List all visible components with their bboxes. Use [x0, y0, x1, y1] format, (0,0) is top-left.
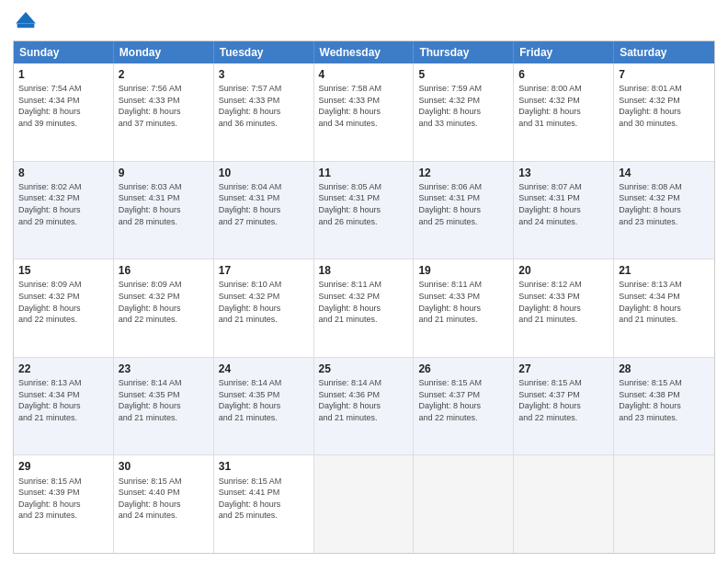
calendar-cell: 15Sunrise: 8:09 AM Sunset: 4:32 PM Dayli… [14, 259, 114, 357]
svg-marker-0 [16, 12, 36, 23]
day-number: 31 [219, 459, 309, 474]
cell-info: Sunrise: 7:59 AM Sunset: 4:32 PM Dayligh… [418, 83, 508, 129]
calendar-row-0: 1Sunrise: 7:54 AM Sunset: 4:34 PM Daylig… [14, 63, 714, 161]
header-day-monday: Monday [114, 41, 214, 63]
cell-info: Sunrise: 8:00 AM Sunset: 4:32 PM Dayligh… [518, 83, 609, 129]
day-number: 7 [619, 67, 710, 82]
calendar-cell: 23Sunrise: 8:14 AM Sunset: 4:35 PM Dayli… [114, 358, 214, 455]
cell-info: Sunrise: 8:01 AM Sunset: 4:32 PM Dayligh… [619, 83, 710, 129]
calendar-body: 1Sunrise: 7:54 AM Sunset: 4:34 PM Daylig… [14, 63, 714, 553]
cell-info: Sunrise: 8:08 AM Sunset: 4:32 PM Dayligh… [619, 181, 710, 227]
calendar-row-2: 15Sunrise: 8:09 AM Sunset: 4:32 PM Dayli… [14, 259, 714, 357]
day-number: 10 [219, 166, 309, 180]
cell-info: Sunrise: 8:11 AM Sunset: 4:32 PM Dayligh… [319, 279, 409, 325]
cell-info: Sunrise: 7:56 AM Sunset: 4:33 PM Dayligh… [119, 83, 209, 129]
calendar-cell: 26Sunrise: 8:15 AM Sunset: 4:37 PM Dayli… [414, 358, 514, 455]
cell-info: Sunrise: 8:12 AM Sunset: 4:33 PM Dayligh… [518, 279, 609, 325]
cell-info: Sunrise: 8:15 AM Sunset: 4:39 PM Dayligh… [18, 476, 108, 522]
cell-info: Sunrise: 8:10 AM Sunset: 4:32 PM Dayligh… [219, 279, 309, 325]
calendar-cell [414, 455, 514, 553]
day-number: 4 [319, 67, 409, 82]
cell-info: Sunrise: 8:05 AM Sunset: 4:31 PM Dayligh… [319, 181, 409, 227]
day-number: 23 [119, 362, 209, 376]
calendar-cell: 19Sunrise: 8:11 AM Sunset: 4:33 PM Dayli… [414, 259, 514, 357]
calendar-row-3: 22Sunrise: 8:13 AM Sunset: 4:34 PM Dayli… [14, 357, 714, 455]
day-number: 27 [518, 362, 609, 376]
day-number: 12 [418, 166, 508, 180]
calendar-row-1: 8Sunrise: 8:02 AM Sunset: 4:32 PM Daylig… [14, 161, 714, 259]
day-number: 24 [219, 362, 309, 376]
calendar-cell [514, 455, 614, 553]
logo-icon [13, 9, 39, 35]
cell-info: Sunrise: 8:13 AM Sunset: 4:34 PM Dayligh… [18, 377, 108, 423]
day-number: 11 [319, 166, 409, 180]
day-number: 22 [18, 362, 108, 376]
day-number: 13 [518, 166, 609, 180]
header-day-saturday: Saturday [614, 41, 714, 63]
cell-info: Sunrise: 8:14 AM Sunset: 4:35 PM Dayligh… [219, 377, 309, 423]
cell-info: Sunrise: 7:58 AM Sunset: 4:33 PM Dayligh… [319, 83, 409, 129]
calendar-cell: 25Sunrise: 8:14 AM Sunset: 4:36 PM Dayli… [314, 358, 415, 455]
calendar-cell: 21Sunrise: 8:13 AM Sunset: 4:34 PM Dayli… [614, 259, 714, 357]
calendar-cell: 5Sunrise: 7:59 AM Sunset: 4:32 PM Daylig… [414, 63, 514, 161]
day-number: 17 [219, 263, 309, 278]
calendar-cell: 30Sunrise: 8:15 AM Sunset: 4:40 PM Dayli… [114, 455, 214, 553]
cell-info: Sunrise: 8:15 AM Sunset: 4:38 PM Dayligh… [619, 377, 710, 423]
calendar: SundayMondayTuesdayWednesdayThursdayFrid… [13, 40, 715, 554]
calendar-cell: 13Sunrise: 8:07 AM Sunset: 4:31 PM Dayli… [514, 162, 614, 259]
calendar-cell: 3Sunrise: 7:57 AM Sunset: 4:33 PM Daylig… [214, 63, 314, 161]
cell-info: Sunrise: 7:57 AM Sunset: 4:33 PM Dayligh… [219, 83, 309, 129]
header-day-sunday: Sunday [14, 41, 114, 63]
calendar-cell: 17Sunrise: 8:10 AM Sunset: 4:32 PM Dayli… [214, 259, 314, 357]
cell-info: Sunrise: 8:14 AM Sunset: 4:36 PM Dayligh… [319, 377, 409, 423]
cell-info: Sunrise: 8:09 AM Sunset: 4:32 PM Dayligh… [119, 279, 209, 325]
calendar-cell: 1Sunrise: 7:54 AM Sunset: 4:34 PM Daylig… [14, 63, 114, 161]
calendar-cell: 22Sunrise: 8:13 AM Sunset: 4:34 PM Dayli… [14, 358, 114, 455]
day-number: 5 [418, 67, 508, 82]
cell-info: Sunrise: 8:06 AM Sunset: 4:31 PM Dayligh… [418, 181, 508, 227]
calendar-cell: 9Sunrise: 8:03 AM Sunset: 4:31 PM Daylig… [114, 162, 214, 259]
calendar-cell: 31Sunrise: 8:15 AM Sunset: 4:41 PM Dayli… [214, 455, 314, 553]
cell-info: Sunrise: 8:11 AM Sunset: 4:33 PM Dayligh… [418, 279, 508, 325]
calendar-cell: 7Sunrise: 8:01 AM Sunset: 4:32 PM Daylig… [614, 63, 714, 161]
calendar-cell: 8Sunrise: 8:02 AM Sunset: 4:32 PM Daylig… [14, 162, 114, 259]
day-number: 1 [18, 67, 108, 82]
cell-info: Sunrise: 8:07 AM Sunset: 4:31 PM Dayligh… [518, 181, 609, 227]
calendar-cell: 2Sunrise: 7:56 AM Sunset: 4:33 PM Daylig… [114, 63, 214, 161]
day-number: 19 [418, 263, 508, 278]
cell-info: Sunrise: 8:15 AM Sunset: 4:41 PM Dayligh… [219, 476, 309, 522]
cell-info: Sunrise: 8:15 AM Sunset: 4:37 PM Dayligh… [518, 377, 609, 423]
cell-info: Sunrise: 8:03 AM Sunset: 4:31 PM Dayligh… [119, 181, 209, 227]
header-day-thursday: Thursday [414, 41, 514, 63]
day-number: 21 [619, 263, 710, 278]
cell-info: Sunrise: 7:54 AM Sunset: 4:34 PM Dayligh… [18, 83, 108, 129]
day-number: 30 [119, 459, 209, 474]
calendar-cell: 28Sunrise: 8:15 AM Sunset: 4:38 PM Dayli… [614, 358, 714, 455]
calendar-cell: 27Sunrise: 8:15 AM Sunset: 4:37 PM Dayli… [514, 358, 614, 455]
header-day-tuesday: Tuesday [214, 41, 314, 63]
cell-info: Sunrise: 8:15 AM Sunset: 4:37 PM Dayligh… [418, 377, 508, 423]
day-number: 25 [319, 362, 409, 376]
calendar-cell: 12Sunrise: 8:06 AM Sunset: 4:31 PM Dayli… [414, 162, 514, 259]
cell-info: Sunrise: 8:02 AM Sunset: 4:32 PM Dayligh… [18, 181, 108, 227]
day-number: 8 [18, 166, 108, 180]
calendar-cell: 24Sunrise: 8:14 AM Sunset: 4:35 PM Dayli… [214, 358, 314, 455]
day-number: 15 [18, 263, 108, 278]
calendar-cell: 14Sunrise: 8:08 AM Sunset: 4:32 PM Dayli… [614, 162, 714, 259]
header-day-friday: Friday [514, 41, 614, 63]
cell-info: Sunrise: 8:14 AM Sunset: 4:35 PM Dayligh… [119, 377, 209, 423]
calendar-cell: 4Sunrise: 7:58 AM Sunset: 4:33 PM Daylig… [314, 63, 415, 161]
day-number: 16 [119, 263, 209, 278]
calendar-header: SundayMondayTuesdayWednesdayThursdayFrid… [14, 41, 714, 63]
cell-info: Sunrise: 8:09 AM Sunset: 4:32 PM Dayligh… [18, 279, 108, 325]
calendar-cell: 20Sunrise: 8:12 AM Sunset: 4:33 PM Dayli… [514, 259, 614, 357]
calendar-cell: 18Sunrise: 8:11 AM Sunset: 4:32 PM Dayli… [314, 259, 415, 357]
calendar-cell: 6Sunrise: 8:00 AM Sunset: 4:32 PM Daylig… [514, 63, 614, 161]
day-number: 29 [18, 459, 108, 474]
calendar-cell: 16Sunrise: 8:09 AM Sunset: 4:32 PM Dayli… [114, 259, 214, 357]
cell-info: Sunrise: 8:04 AM Sunset: 4:31 PM Dayligh… [219, 181, 309, 227]
top-header [13, 9, 715, 35]
cell-info: Sunrise: 8:13 AM Sunset: 4:34 PM Dayligh… [619, 279, 710, 325]
day-number: 3 [219, 67, 309, 82]
day-number: 14 [619, 166, 710, 180]
